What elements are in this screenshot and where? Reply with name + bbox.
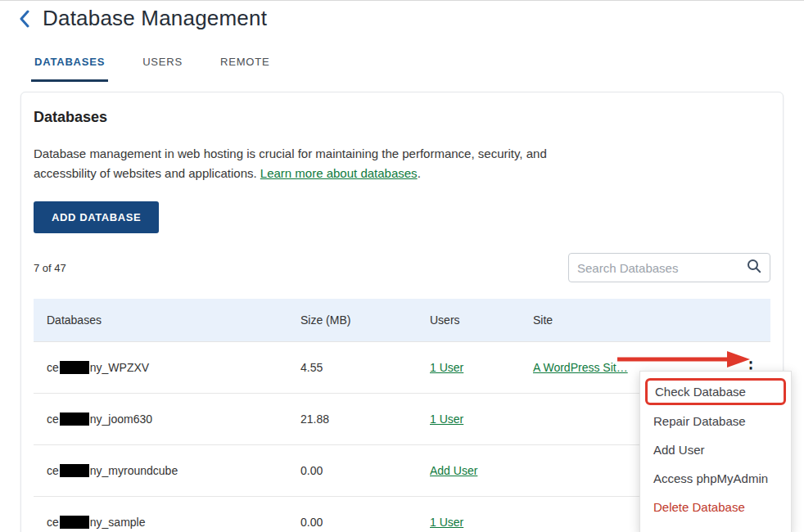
back-icon[interactable] [18,10,31,28]
column-header-site: Site [520,299,675,342]
site-link[interactable]: A WordPress Sit… [533,361,628,374]
database-name-cell: ceny_myroundcube [34,445,287,497]
database-name-cell: ceny_WPZXV [34,342,287,394]
database-name-suffix: ny_WPZXV [90,361,149,374]
page-header: Database Management [0,1,804,31]
database-size-cell: 4.55 [287,342,417,394]
column-header-size: Size (MB) [287,299,417,342]
database-name-cell: ceny_joom630 [34,394,287,445]
description-period: . [418,166,421,180]
panel-heading: Databases [34,109,770,126]
redaction-box [60,413,89,426]
database-users-cell: 1 User [417,342,520,394]
database-users-cell: 1 User [417,497,520,532]
description-line-1: Database management in web hosting is cr… [34,144,770,164]
column-header-users: Users [417,299,520,342]
table-header-row: Databases Size (MB) Users Site [34,299,770,342]
database-users-cell: Add User [417,445,520,497]
panel-description: Database management in web hosting is cr… [34,144,770,183]
database-name-prefix: ce [47,464,59,477]
database-name-suffix: ny_joom630 [90,413,152,426]
description-line-2-text: accessbility of websites and application… [34,166,260,180]
redaction-box [60,361,89,374]
database-size-cell: 0.00 [287,497,417,532]
menu-item-check-database[interactable]: Check Database [648,381,784,403]
description-line-2: accessbility of websites and application… [34,164,770,183]
column-header-databases: Databases [34,299,287,342]
menu-item-delete-database[interactable]: Delete Database [640,493,791,521]
database-name-suffix: ny_myroundcube [90,464,178,477]
database-name-prefix: ce [47,413,59,426]
users-link[interactable]: 1 User [430,361,463,374]
annotation-highlight-box: Check Database [645,378,786,405]
redaction-box [60,464,89,477]
database-name-cell: ceny_sample [34,497,287,532]
add-database-button[interactable]: ADD DATABASE [34,201,159,233]
tab-users[interactable]: USERS [139,52,186,82]
database-name-prefix: ce [47,516,59,529]
page-title: Database Management [43,6,267,31]
users-link[interactable]: 1 User [430,413,463,426]
context-menu: Check Database Repair Database Add User … [639,371,792,532]
redaction-box [60,516,89,529]
tab-bar: DATABASES USERS REMOTE [31,52,804,82]
menu-item-repair-database[interactable]: Repair Database [640,407,791,435]
add-user-link[interactable]: Add User [430,464,477,477]
search-icon [747,259,761,277]
database-size-cell: 21.88 [287,394,417,445]
database-name-suffix: ny_sample [90,516,146,529]
table-toolbar: 7 of 47 [34,253,770,282]
result-count: 7 of 47 [34,262,66,274]
tab-remote[interactable]: REMOTE [217,52,273,82]
database-name-prefix: ce [47,361,59,374]
search-box [568,253,770,282]
search-input[interactable] [577,261,747,275]
menu-item-add-user[interactable]: Add User [640,435,791,464]
menu-item-access-phpmyadmin[interactable]: Access phpMyAdmin [640,464,791,493]
tab-databases[interactable]: DATABASES [31,52,108,82]
column-header-actions [675,299,770,342]
learn-more-link[interactable]: Learn more about databases [260,166,418,180]
database-management-page: Database Management DATABASES USERS REMO… [0,1,804,532]
database-users-cell: 1 User [417,394,520,445]
database-size-cell: 0.00 [287,445,417,497]
users-link[interactable]: 1 User [430,516,463,529]
